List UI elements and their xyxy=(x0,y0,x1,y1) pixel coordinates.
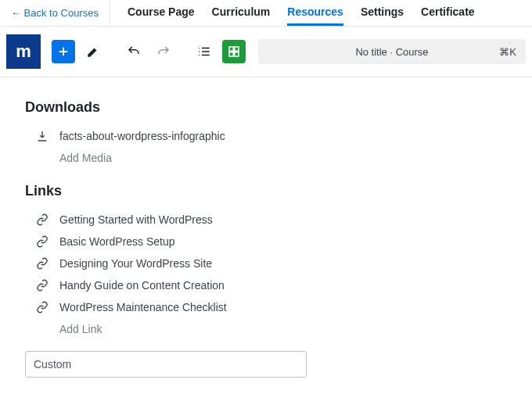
link-icon xyxy=(36,235,49,248)
tab-curriculum[interactable]: Curriculum xyxy=(212,0,271,26)
outline-icon[interactable] xyxy=(192,40,216,63)
course-tabs: Course Page Curriculum Resources Setting… xyxy=(110,0,475,26)
tab-course-page[interactable]: Course Page xyxy=(128,0,195,26)
undo-button[interactable] xyxy=(122,40,146,63)
back-to-courses-link[interactable]: ← Back to Courses xyxy=(0,0,110,26)
link-item-label: Basic WordPress Setup xyxy=(59,235,175,248)
command-shortcut: ⌘K xyxy=(499,46,516,58)
svg-rect-2 xyxy=(229,52,233,56)
svg-rect-3 xyxy=(235,52,239,56)
edit-icon[interactable] xyxy=(81,40,105,63)
custom-section-input[interactable] xyxy=(25,351,307,378)
link-item[interactable]: Designing Your WordPress Site xyxy=(25,252,507,274)
link-icon xyxy=(36,257,49,270)
list-view-button[interactable] xyxy=(222,40,246,63)
tab-settings[interactable]: Settings xyxy=(361,0,404,26)
svg-rect-1 xyxy=(235,47,239,51)
brand-logo: m xyxy=(6,34,41,69)
add-block-button[interactable] xyxy=(52,40,75,63)
svg-rect-0 xyxy=(229,47,233,51)
link-item-label: Handy Guide on Content Creation xyxy=(59,279,225,292)
link-item[interactable]: Getting Started with WordPress xyxy=(25,209,507,231)
links-heading: Links xyxy=(25,183,507,199)
download-item-label: facts-about-wordpress-infographic xyxy=(59,130,225,142)
link-item-label: Designing Your WordPress Site xyxy=(59,257,212,270)
link-item[interactable]: WordPress Maintenance Checklist xyxy=(25,296,507,318)
link-item[interactable]: Handy Guide on Content Creation xyxy=(25,274,507,296)
downloads-heading: Downloads xyxy=(25,99,507,116)
tab-resources[interactable]: Resources xyxy=(287,0,343,26)
link-item-label: Getting Started with WordPress xyxy=(59,213,213,226)
add-link-button[interactable]: Add Link xyxy=(25,318,507,340)
document-title-text: No title · Course xyxy=(355,46,428,58)
link-icon xyxy=(36,301,49,313)
link-icon xyxy=(36,279,49,292)
link-item-label: WordPress Maintenance Checklist xyxy=(59,301,227,313)
download-item[interactable]: facts-about-wordpress-infographic xyxy=(25,125,507,147)
document-title-bar[interactable]: No title · Course ⌘K xyxy=(258,39,526,64)
link-icon xyxy=(36,213,49,226)
tab-certificate[interactable]: Certificate xyxy=(421,0,474,26)
redo-button[interactable] xyxy=(152,40,175,63)
download-icon xyxy=(36,130,49,142)
link-item[interactable]: Basic WordPress Setup xyxy=(25,231,507,252)
add-media-button[interactable]: Add Media xyxy=(25,147,507,169)
